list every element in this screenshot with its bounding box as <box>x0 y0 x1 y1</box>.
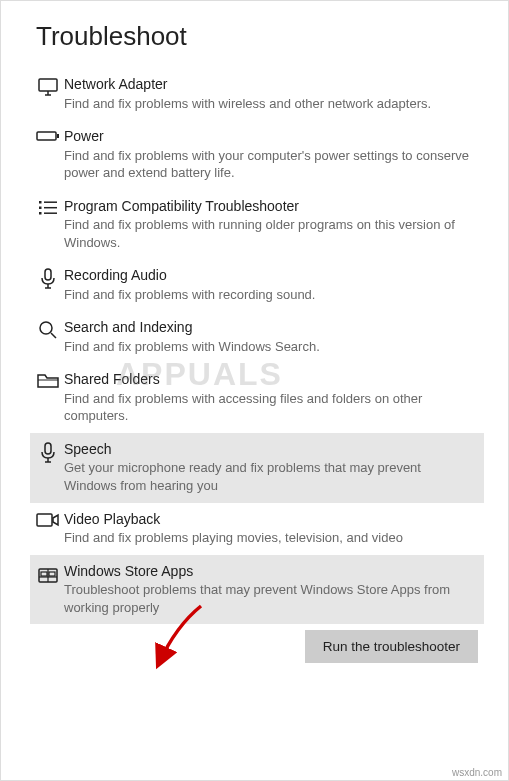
item-description: Find and fix problems with your computer… <box>64 147 472 182</box>
troubleshoot-item[interactable]: Video PlaybackFind and fix problems play… <box>30 503 484 555</box>
item-title: Speech <box>64 441 472 459</box>
item-description: Find and fix problems with accessing fil… <box>64 390 472 425</box>
item-title: Power <box>64 128 472 146</box>
svg-rect-7 <box>39 212 42 215</box>
svg-rect-17 <box>45 443 51 454</box>
monitor-icon <box>32 76 64 102</box>
item-title: Windows Store Apps <box>64 563 472 581</box>
item-description: Find and fix problems with wireless and … <box>64 95 472 113</box>
folder-icon <box>32 371 64 397</box>
svg-rect-23 <box>49 572 55 576</box>
item-description: Find and fix problems with Windows Searc… <box>64 338 472 356</box>
item-title: Program Compatibility Troubleshooter <box>64 198 472 216</box>
item-description: Find and fix problems with running older… <box>64 216 472 251</box>
item-description: Troubleshoot problems that may prevent W… <box>64 581 472 616</box>
store-icon <box>32 563 64 589</box>
item-title: Network Adapter <box>64 76 472 94</box>
battery-icon <box>32 128 64 154</box>
list-icon <box>32 198 64 224</box>
svg-rect-4 <box>57 134 59 138</box>
item-description: Find and fix problems with recording sou… <box>64 286 472 304</box>
svg-point-14 <box>40 322 52 334</box>
troubleshoot-item[interactable]: Search and IndexingFind and fix problems… <box>30 311 484 363</box>
troubleshoot-item[interactable]: Windows Store AppsTroubleshoot problems … <box>30 555 484 625</box>
item-title: Shared Folders <box>64 371 472 389</box>
svg-rect-11 <box>45 269 51 280</box>
troubleshoot-item[interactable]: Shared FoldersFind and fix problems with… <box>30 363 484 433</box>
item-description: Get your microphone ready and fix proble… <box>64 459 472 494</box>
svg-rect-3 <box>37 132 56 140</box>
svg-line-15 <box>51 333 56 338</box>
run-troubleshooter-button[interactable]: Run the troubleshooter <box>305 630 478 663</box>
video-icon <box>32 511 64 537</box>
troubleshoot-item[interactable]: Network AdapterFind and fix problems wit… <box>30 68 484 120</box>
microphone-icon <box>32 441 64 467</box>
item-description: Find and fix problems playing movies, te… <box>64 529 472 547</box>
troubleshoot-item[interactable]: Program Compatibility TroubleshooterFind… <box>30 190 484 260</box>
svg-rect-22 <box>41 572 47 576</box>
svg-rect-6 <box>39 206 42 209</box>
footer-text: wsxdn.com <box>452 767 502 778</box>
page-title: Troubleshoot <box>36 21 478 52</box>
troubleshoot-item[interactable]: Recording AudioFind and fix problems wit… <box>30 259 484 311</box>
item-title: Video Playback <box>64 511 472 529</box>
svg-rect-5 <box>39 201 42 204</box>
item-title: Search and Indexing <box>64 319 472 337</box>
item-title: Recording Audio <box>64 267 472 285</box>
microphone-icon <box>32 267 64 293</box>
search-icon <box>32 319 64 345</box>
troubleshoot-item[interactable]: PowerFind and fix problems with your com… <box>30 120 484 190</box>
svg-rect-20 <box>37 514 52 526</box>
troubleshoot-item[interactable]: SpeechGet your microphone ready and fix … <box>30 433 484 503</box>
svg-rect-0 <box>39 79 57 91</box>
